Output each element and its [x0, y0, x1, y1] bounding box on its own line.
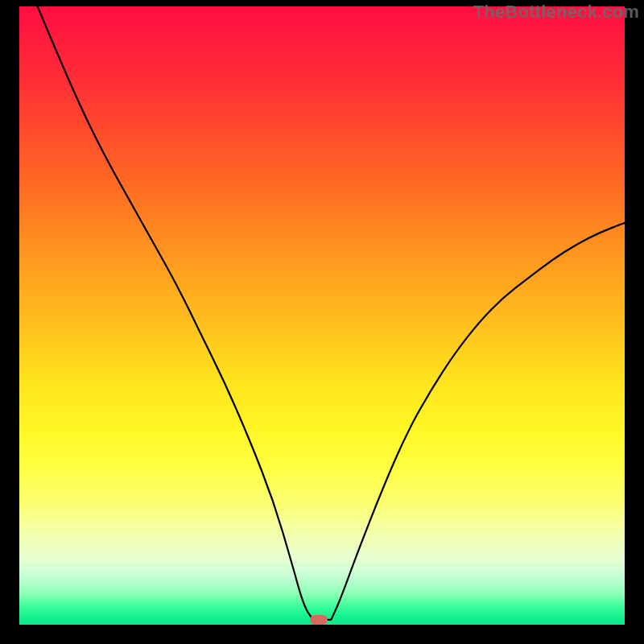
watermark-text: TheBottleneck.com	[473, 2, 639, 23]
plot-area	[19, 6, 625, 625]
bottleneck-minimum-marker	[310, 615, 328, 625]
chart-stage: TheBottleneck.com	[0, 0, 644, 644]
bottleneck-curve	[19, 6, 625, 625]
